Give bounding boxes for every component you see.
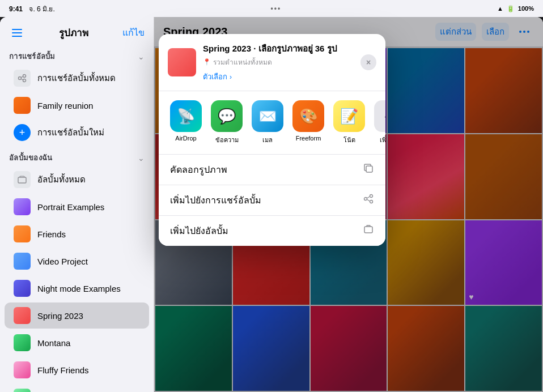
action-add-album-label: เพิ่มไปยังอัลบั้ม (170, 224, 228, 238)
sidebar-toggle-btn[interactable] (9, 27, 25, 39)
photo-cell[interactable] (388, 134, 464, 219)
svg-point-4 (23, 75, 26, 78)
svg-rect-9 (366, 166, 372, 172)
sidebar-item-video-project[interactable]: Video Project (5, 248, 149, 274)
spring-2023-thumb (14, 307, 31, 324)
photo-cell[interactable] (388, 220, 464, 305)
freeform-icon: 🎨 (292, 100, 324, 132)
action-copy[interactable]: คัดลอกรูปภาพ (159, 155, 385, 185)
action-add-album-icon (363, 224, 374, 238)
photo-cell[interactable] (465, 306, 542, 391)
action-add-shared[interactable]: เพิ่มไปยังการแชร์อัลบั้ม (159, 185, 385, 216)
svg-line-13 (367, 197, 370, 198)
messages-label: ข้อความ (215, 135, 239, 145)
freeform-label: Freeform (296, 135, 321, 142)
share-popup: Spring 2023 · เลือกรูปภาพอยู่ 36 รูป 📍 ร… (159, 34, 385, 246)
sidebar: รูปภาพ แก้ไข การแชร์อัลบั้ม ⌄ การแชร์อัล… (0, 17, 154, 392)
svg-rect-0 (12, 29, 22, 30)
photo-cell[interactable] (465, 134, 542, 219)
more-label: เพิ่มเติม (380, 135, 385, 145)
edit-button[interactable]: แก้ไข (122, 25, 145, 40)
action-add-shared-icon (363, 193, 374, 207)
sidebar-item-fluffy-friends[interactable]: Fluffy Friends (5, 357, 149, 383)
action-copy-label: คัดลอกรูปภาพ (170, 163, 227, 177)
sidebar-item-spring-2023[interactable]: Spring 2023 (5, 302, 149, 329)
share-app-mail[interactable]: ✉️เมล (252, 100, 283, 145)
sidebar-item-night-mode[interactable]: Night mode Examples (5, 275, 149, 301)
montana-label: Montana (37, 338, 140, 348)
photo-cell[interactable] (465, 48, 542, 133)
svg-point-12 (370, 201, 373, 203)
montana-thumb (14, 334, 31, 351)
my-albums-title: อัลบั้มของฉัน (9, 152, 52, 164)
sidebar-header: รูปภาพ แก้ไข (0, 17, 154, 45)
more-button[interactable] (515, 28, 534, 35)
share-app-airdrop[interactable]: 📡AirDrop (170, 100, 202, 142)
svg-point-11 (370, 195, 373, 198)
share-button[interactable]: แต่กส่วน (435, 23, 476, 41)
share-app-freeform[interactable]: 🎨Freeform (292, 100, 324, 142)
share-app-notes[interactable]: 📝โน้ต (333, 100, 365, 145)
photo-cell[interactable] (311, 306, 387, 391)
fluffy-friends-label: Fluffy Friends (37, 365, 140, 375)
portrait-thumb (14, 198, 31, 215)
sidebar-item-montana[interactable]: Montana (5, 330, 149, 356)
mail-label: เมล (262, 135, 273, 145)
photo-cell[interactable]: ♥ (465, 220, 542, 305)
svg-point-3 (19, 77, 22, 80)
battery-level: 100% (518, 5, 534, 12)
select-options-btn[interactable]: ตัวเลือก › (203, 71, 354, 83)
night-mode-thumb (14, 280, 31, 297)
more-icon: ··· (374, 100, 385, 132)
status-right: ▲ 🔋 100% (497, 5, 534, 12)
share-apps-row: 📡AirDrop💬ข้อความ✉️เมล🎨Freeform📝โน้ต···เพ… (159, 91, 385, 155)
select-button[interactable]: เลือก (482, 23, 509, 41)
svg-rect-2 (12, 36, 22, 37)
svg-point-5 (23, 79, 26, 82)
in-nature-thumb (14, 389, 31, 392)
mail-icon: ✉️ (252, 100, 283, 132)
sidebar-item-new-shared[interactable]: + การแชร์อัลบั้มใหม่ (5, 120, 149, 146)
sidebar-item-friends[interactable]: Friends (5, 221, 149, 247)
shared-albums-chevron[interactable]: ⌄ (138, 52, 145, 61)
new-shared-plus: + (14, 124, 31, 141)
sidebar-item-portrait[interactable]: Portrait Examples (5, 194, 149, 220)
toolbar-actions: แต่กส่วน เลือก (435, 23, 534, 41)
wifi-icon: ▲ (497, 5, 503, 12)
all-albums-thumb (14, 171, 31, 188)
my-albums-chevron[interactable]: ⌄ (138, 154, 145, 163)
portrait-label: Portrait Examples (37, 202, 140, 212)
notes-label: โน้ต (343, 135, 355, 145)
sidebar-item-family-reunion[interactable]: Family reunion (5, 92, 149, 118)
share-app-messages[interactable]: 💬ข้อความ (211, 100, 243, 145)
sidebar-item-share-all[interactable]: การแชร์อัลบั้มทั้งหมด (5, 65, 149, 91)
photo-cell[interactable] (155, 306, 232, 391)
share-popup-header: Spring 2023 · เลือกรูปภาพอยู่ 36 รูป 📍 ร… (159, 34, 385, 91)
share-popup-title: Spring 2023 · เลือกรูปภาพอยู่ 36 รูป (203, 42, 354, 56)
fluffy-friends-thumb (14, 361, 31, 378)
sidebar-item-all-albums[interactable]: อัลบั้มทั้งหมด (5, 167, 149, 193)
share-popup-thumbnail (168, 48, 196, 76)
share-popup-close-button[interactable]: × (360, 54, 376, 70)
photo-cell[interactable] (233, 306, 309, 391)
family-reunion-thumb (14, 97, 31, 114)
action-copy-icon (363, 163, 374, 177)
svg-point-10 (364, 198, 367, 201)
share-popup-info: Spring 2023 · เลือกรูปภาพอยู่ 36 รูป 📍 ร… (203, 42, 354, 83)
location-icon: 📍 (203, 58, 211, 66)
sidebar-title: รูปภาพ (59, 25, 88, 40)
messages-icon: 💬 (211, 100, 243, 132)
status-date: จ. 6 มิ.ย. (29, 5, 54, 13)
share-all-thumb (14, 70, 31, 87)
heart-icon: ♥ (469, 292, 473, 301)
night-mode-label: Night mode Examples (37, 284, 140, 293)
spring-2023-label: Spring 2023 (37, 311, 140, 321)
photo-cell[interactable] (388, 306, 464, 391)
airdrop-label: AirDrop (175, 135, 196, 142)
new-shared-label: การแชร์อัลบั้มใหม่ (37, 126, 104, 139)
family-reunion-label: Family reunion (37, 101, 140, 110)
action-add-album[interactable]: เพิ่มไปยังอัลบั้ม (159, 216, 385, 246)
share-app-more[interactable]: ···เพิ่มเติม (374, 100, 385, 145)
sidebar-item-in-nature[interactable]: In Nature (5, 384, 149, 392)
photo-cell[interactable] (388, 48, 464, 133)
